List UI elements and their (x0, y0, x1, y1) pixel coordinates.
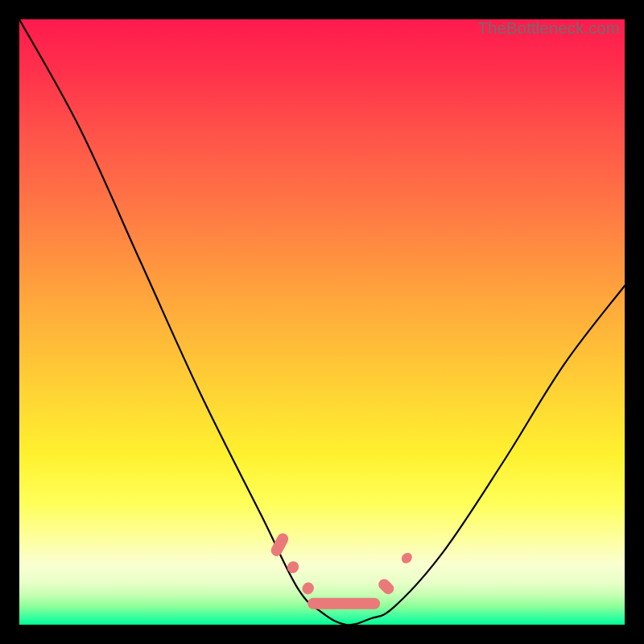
valley-pill (308, 598, 380, 609)
chart-plot-area (19, 19, 625, 625)
valley-pill (376, 576, 396, 597)
valley-pill (269, 531, 290, 558)
valley-pill (285, 559, 301, 576)
bottleneck-curve-svg (19, 19, 625, 625)
valley-markers (269, 531, 414, 609)
valley-pill (399, 551, 414, 565)
bottleneck-curve-path (19, 19, 625, 625)
watermark-text: TheBottleneck.com (478, 19, 620, 38)
